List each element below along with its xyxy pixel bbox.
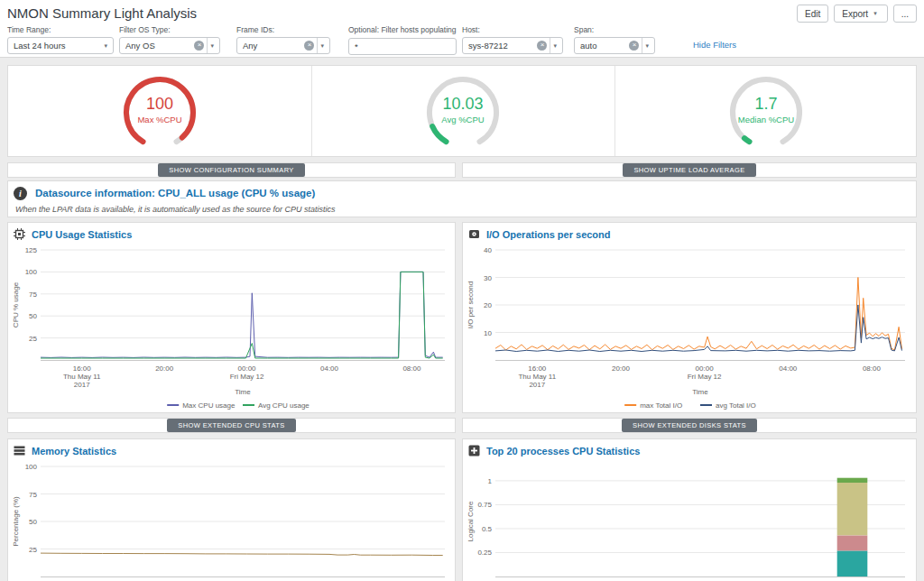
- divider: [614, 66, 615, 156]
- show-extended-cpu-stats-button[interactable]: SHOW EXTENDED CPU STATS: [167, 419, 296, 432]
- show-uptime-load-average-button[interactable]: SHOW UPTIME LOAD AVERAGE: [623, 163, 755, 177]
- clear-icon[interactable]: ×: [304, 41, 314, 51]
- top20-processes-chart: 0.250.50.751Logical Core: [465, 461, 914, 581]
- extended-cpu-strip: SHOW EXTENDED CPU STATS: [7, 418, 456, 433]
- chevron-down-icon: ▾: [318, 42, 327, 50]
- svg-text:04:00: 04:00: [779, 364, 798, 373]
- chevron-down-icon: ▾: [101, 42, 110, 50]
- svg-text:Thu May 11: Thu May 11: [518, 373, 556, 381]
- clear-icon[interactable]: ×: [537, 41, 547, 51]
- memory-icon: [14, 445, 25, 456]
- svg-text:2017: 2017: [529, 381, 545, 389]
- panel-title: I/O Operations per second: [486, 229, 611, 240]
- gauge-label: Median %CPU: [725, 115, 807, 124]
- panel-header: Top 20 processes CPU Statistics: [468, 445, 640, 456]
- svg-text:avg Total I/O: avg Total I/O: [716, 401, 756, 410]
- os-type-label: Filter OS Type:: [119, 25, 220, 34]
- top20-processes-panel: Top 20 processes CPU Statistics 0.250.50…: [462, 438, 917, 581]
- show-configuration-summary-button[interactable]: SHOW CONFIGURATION SUMMARY: [158, 163, 304, 177]
- extended-disks-strip: SHOW EXTENDED DISKS STATS: [462, 418, 917, 433]
- svg-text:max Total I/O: max Total I/O: [640, 401, 682, 410]
- panel-header: CPU Usage Statistics: [14, 228, 132, 240]
- edit-button[interactable]: Edit: [797, 5, 828, 23]
- span-value: auto: [580, 41, 626, 51]
- time-range-filter: Time Range: Last 24 hours ▾: [7, 25, 114, 54]
- disk-icon: [468, 228, 480, 240]
- svg-text:Time: Time: [692, 388, 708, 396]
- panel-title: Top 20 processes CPU Statistics: [486, 446, 640, 456]
- svg-text:75: 75: [29, 290, 37, 299]
- cpu-usage-chart: 25507510012516:00Thu May 11201720:0000:0…: [10, 244, 454, 416]
- io-operations-chart: 1020304016:00Thu May 11201720:0000:00Fri…: [465, 244, 914, 416]
- svg-text:20:00: 20:00: [612, 364, 631, 373]
- host-value: sys-87212: [468, 41, 534, 51]
- show-extended-disks-stats-button[interactable]: SHOW EXTENDED DISKS STATS: [622, 419, 757, 432]
- frame-ids-filter: Frame IDs: Any × ▾: [236, 25, 330, 54]
- os-type-dropdown[interactable]: Any OS × ▾: [119, 37, 220, 54]
- svg-text:08:00: 08:00: [402, 364, 421, 373]
- time-range-dropdown[interactable]: Last 24 hours ▾: [7, 37, 114, 54]
- svg-text:75: 75: [29, 491, 37, 499]
- panel-header: I/O Operations per second: [468, 228, 611, 240]
- median-cpu-gauge: 1.7 Median %CPU: [725, 71, 807, 152]
- cpu-icon: [14, 228, 25, 240]
- span-dropdown[interactable]: auto × ▾: [574, 37, 655, 54]
- clear-icon[interactable]: ×: [629, 41, 639, 51]
- time-range-label: Time Range:: [7, 25, 114, 34]
- svg-text:I/O per second: I/O per second: [467, 281, 475, 328]
- time-range-value: Last 24 hours: [14, 41, 101, 51]
- svg-text:50: 50: [29, 312, 37, 320]
- max-cpu-gauge: 100 Max %CPU: [119, 71, 200, 152]
- svg-text:0.5: 0.5: [482, 525, 493, 533]
- cpu-usage-panel: CPU Usage Statistics 25507510012516:00Th…: [7, 222, 456, 413]
- chevron-down-icon: ▾: [871, 10, 880, 17]
- svg-text:Thu May 11: Thu May 11: [63, 373, 101, 381]
- gauge-value: 1.7: [725, 95, 807, 114]
- svg-text:04:00: 04:00: [320, 364, 339, 373]
- svg-text:100: 100: [25, 463, 38, 471]
- svg-text:125: 125: [25, 246, 38, 254]
- frame-ids-dropdown[interactable]: Any × ▾: [236, 37, 330, 54]
- svg-text:25: 25: [29, 335, 37, 343]
- span-filter: Span: auto × ▾: [574, 25, 655, 54]
- svg-text:50: 50: [29, 518, 37, 526]
- svg-text:Time: Time: [235, 388, 251, 396]
- io-operations-panel: I/O Operations per second 1020304016:00T…: [462, 222, 917, 413]
- hosts-filter-label: Optional: Filter hosts populating: [348, 25, 457, 34]
- svg-text:Avg CPU usage: Avg CPU usage: [258, 401, 310, 410]
- svg-text:00:00: 00:00: [238, 364, 257, 373]
- svg-text:0.25: 0.25: [477, 549, 492, 557]
- divider: [311, 66, 312, 156]
- processes-icon: [468, 445, 480, 456]
- svg-text:1: 1: [488, 477, 493, 485]
- info-icon: i: [14, 187, 27, 200]
- gauge-label: Avg %CPU: [422, 115, 504, 124]
- svg-text:Fri May 12: Fri May 12: [688, 373, 722, 381]
- svg-text:25: 25: [29, 546, 37, 554]
- more-button[interactable]: ...: [893, 5, 917, 23]
- datasource-info-panel: i Datasource information: CPU_ALL usage …: [7, 180, 917, 217]
- svg-text:08:00: 08:00: [863, 364, 882, 373]
- svg-text:20: 20: [484, 301, 492, 309]
- svg-text:00:00: 00:00: [696, 364, 715, 373]
- frame-ids-label: Frame IDs:: [236, 25, 330, 34]
- hide-filters-link[interactable]: Hide Filters: [693, 40, 736, 50]
- export-button[interactable]: Export▾: [834, 5, 887, 23]
- chevron-down-icon: ▾: [642, 42, 651, 50]
- host-dropdown[interactable]: sys-87212 × ▾: [462, 37, 563, 54]
- panel-title: CPU Usage Statistics: [32, 229, 132, 240]
- svg-text:Logical Core: Logical Core: [467, 501, 475, 541]
- chevron-down-icon: ▾: [208, 42, 217, 50]
- svg-text:40: 40: [484, 246, 492, 254]
- span-label: Span:: [574, 25, 655, 34]
- svg-text:0.75: 0.75: [477, 501, 492, 509]
- svg-text:Fri May 12: Fri May 12: [230, 373, 264, 381]
- avg-cpu-gauge: 10.03 Avg %CPU: [422, 71, 504, 152]
- svg-text:Percentage (%): Percentage (%): [12, 496, 20, 547]
- svg-text:CPU % usage: CPU % usage: [12, 281, 20, 327]
- uptime-load-strip: SHOW UPTIME LOAD AVERAGE: [462, 162, 917, 178]
- svg-text:Max CPU usage: Max CPU usage: [182, 401, 236, 410]
- hosts-filter-input[interactable]: [348, 38, 457, 55]
- clear-icon[interactable]: ×: [194, 41, 204, 51]
- gauge-label: Max %CPU: [119, 115, 200, 124]
